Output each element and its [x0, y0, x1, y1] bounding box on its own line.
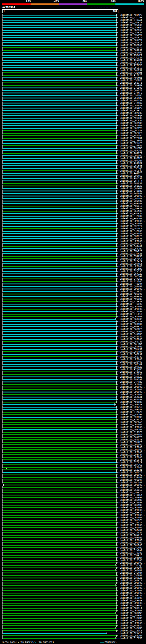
- svg-text:~80%: ~80%: [109, 0, 116, 3]
- svg-text:AV390984: AV390984: [2, 6, 15, 9]
- svg-text:AlignView.pm Beta rel.7: AlignView.pm Beta rel.7: [92, 6, 118, 9]
- svg-text:UniRef100_C1E6X0: UniRef100_C1E6X0: [120, 637, 142, 640]
- svg-text:Large gaps:: Large gaps:: [2, 641, 18, 644]
- svg-text:=100char.: =100char.: [105, 641, 117, 644]
- svg-text:~100%: ~100%: [136, 0, 144, 3]
- svg-text:~40%: ~40%: [53, 0, 59, 3]
- svg-text:389|: 389|: [113, 10, 119, 13]
- svg-text:(in Query)/: (in Query)/: [20, 641, 35, 644]
- svg-text:|1: |1: [2, 10, 5, 13]
- svg-text:20%: 20%: [26, 0, 31, 3]
- svg-text:(in Subject): (in Subject): [38, 641, 54, 644]
- svg-text:~60%: ~60%: [81, 0, 87, 3]
